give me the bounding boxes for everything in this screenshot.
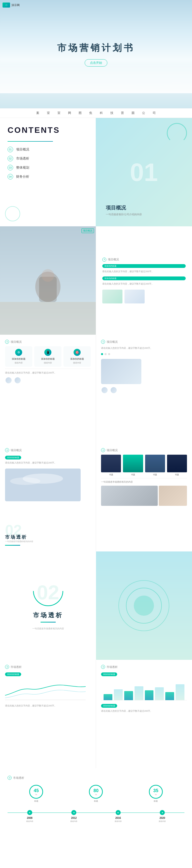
card-icon-2: 📱 bbox=[44, 349, 52, 356]
dot-active bbox=[101, 353, 103, 355]
tag-label: 项目概况 bbox=[10, 340, 22, 344]
body-books: 请在此输入您的文字内容，建议字数不超过200字。 bbox=[5, 461, 91, 465]
label-tag-1: 添加你的标题 bbox=[5, 673, 21, 676]
nav-item-1[interactable]: 案 bbox=[36, 111, 39, 115]
section-title-overlay: 项目概况 bbox=[106, 205, 126, 211]
thumb-1 bbox=[102, 289, 123, 304]
thumb-2 bbox=[125, 289, 145, 304]
contents-num-3: 03 bbox=[7, 165, 13, 170]
tag-market-2: ② 市场透析 bbox=[101, 665, 187, 669]
section1-body-text-2: 请在此输入您的文字内容，建议字数不超过200字。 bbox=[102, 282, 186, 286]
nav-item-6[interactable]: 焦 bbox=[89, 111, 92, 115]
card-label-2: 描述内容 bbox=[36, 362, 60, 364]
contents-title: CONTENTS bbox=[7, 125, 88, 135]
card-title-1: 添加你的标题 bbox=[7, 358, 30, 361]
tc1: ② bbox=[5, 665, 9, 669]
market-line-chart: ② 市场透析 添加你的标题 请在此输入您的文字内容，建议字数不超过200字。 bbox=[0, 660, 96, 768]
contents-num-1: 01 bbox=[7, 147, 13, 152]
tech-image-row bbox=[101, 486, 187, 506]
right-image bbox=[101, 359, 141, 384]
dot-nav bbox=[101, 353, 187, 355]
section-tag-books-r: ① 项目概况 bbox=[101, 448, 187, 452]
market-divider-right bbox=[96, 552, 192, 660]
t-desc-4: 描述内容 bbox=[140, 820, 185, 823]
stat-label-1: 标题 bbox=[7, 800, 65, 803]
dot-2 bbox=[108, 353, 110, 355]
add-title-books: 添加你的标题 bbox=[5, 456, 21, 460]
section-tag-r: ① 项目概况 bbox=[101, 340, 187, 344]
arc-decoration bbox=[167, 123, 187, 143]
timeline-row: ★ 2008 描述内容 ★ 2012 描述内容 ★ 2016 描述内容 ★ 20… bbox=[7, 810, 185, 823]
tag-circle-books: ① bbox=[5, 448, 9, 452]
stat-circle-1: 45 % bbox=[29, 785, 43, 799]
tl2: 市场透析 bbox=[106, 665, 118, 669]
cover-start-button[interactable]: 点击开始 bbox=[85, 59, 107, 66]
project-card-left: ① 项目概况 ⚙ 添加你的标题 描述内容 📱 添加你的标题 描述内容 🎯 添加你… bbox=[0, 335, 96, 443]
nav-item-11[interactable]: 公 bbox=[142, 111, 145, 115]
nav-item-10[interactable]: 圆 bbox=[131, 111, 134, 115]
label-tag-2: 添加你的标题 bbox=[101, 673, 117, 676]
market-bar-chart: ② 市场透析 添加你的标题 添加你的标题 请在此输入您的文字内容，建议字数不超过… bbox=[96, 660, 192, 768]
slide-project-cards: ① 项目概况 ⚙ 添加你的标题 描述内容 📱 添加你的标题 描述内容 🎯 添加你… bbox=[0, 335, 192, 443]
line-chart-svg bbox=[5, 680, 86, 701]
t-desc-1: 描述内容 bbox=[7, 820, 52, 823]
stat-num-1: 45 bbox=[34, 788, 39, 794]
contents-label-3: 整体规划 bbox=[16, 165, 29, 170]
t-dot-2: ★ bbox=[71, 810, 76, 815]
avatar-2 bbox=[14, 377, 21, 384]
tag-market-stats: ② 市场透析 bbox=[7, 776, 185, 780]
t-year-4: 2020 bbox=[140, 816, 185, 819]
slide-section1-intro: 项目概况 ① 项目概况 添加你的标题 请在此输入您的文字内容，建议字数不超过20… bbox=[0, 226, 192, 335]
timeline-3: ★ 2016 描述内容 bbox=[96, 810, 140, 823]
bar-7 bbox=[165, 692, 174, 700]
svg-point-4 bbox=[41, 269, 54, 282]
nav-item-4[interactable]: 网 bbox=[68, 111, 71, 115]
tag-circle: ① bbox=[102, 257, 106, 261]
nav-item-9[interactable]: 普 bbox=[121, 111, 124, 115]
mini-card-2: 📱 添加你的标题 描述内容 bbox=[34, 346, 62, 367]
stat-1: 45 % 标题 bbox=[7, 785, 65, 803]
avatar-r-2 bbox=[110, 386, 117, 394]
bar-8 bbox=[175, 684, 185, 700]
nav-item-7[interactable]: 科 bbox=[100, 111, 103, 115]
books-row: 书题 书题 书题 书题 bbox=[101, 455, 187, 476]
book-label-3: 书题 bbox=[145, 473, 165, 476]
slide-cover: ⬡ 演示网 市场营销计划书 点击开始 bbox=[0, 0, 192, 108]
stat-2: 80 % 标题 bbox=[67, 785, 125, 803]
contents-right: 01 项目概况 一句话描述项目/公司介绍的内容 bbox=[96, 118, 192, 226]
tag-text: 项目概况 bbox=[108, 257, 119, 261]
nav-item-8[interactable]: 技 bbox=[110, 111, 114, 115]
timeline-2: ★ 2012 描述内容 bbox=[52, 810, 96, 823]
section-subtitle-overlay: 一句话描述项目/公司介绍的内容 bbox=[106, 213, 142, 216]
nav-item-5[interactable]: 图 bbox=[78, 111, 82, 115]
book-label-4: 书题 bbox=[167, 473, 187, 476]
bar-1 bbox=[103, 694, 113, 700]
books-right: ① 项目概况 书题 书题 书题 书题 一句话描述市场透析相关的内容 bbox=[96, 443, 192, 552]
slide-project-books: ① 项目概况 添加你的标题 请在此输入您的文字内容，建议字数不超过200字。 0… bbox=[0, 443, 192, 552]
t-desc-3: 描述内容 bbox=[96, 820, 140, 823]
label-tag-3: 添加你的标题 bbox=[101, 704, 117, 708]
landscape-image bbox=[5, 468, 81, 501]
tech-img-1 bbox=[101, 486, 158, 506]
tc-stats: ② bbox=[7, 776, 11, 780]
stat-circle-3: 35 % bbox=[149, 785, 163, 799]
nav-item-12[interactable]: 司 bbox=[153, 111, 156, 115]
contents-label-2: 市场透析 bbox=[16, 156, 29, 161]
market-desc: 一句话描述市场透析相关的内容 bbox=[5, 540, 33, 543]
book-cover-3 bbox=[145, 455, 165, 472]
svg-point-11 bbox=[134, 595, 154, 616]
body-text-r: 请在此输入您的文字内容，建议字数不超过200字。 bbox=[101, 346, 187, 350]
subtitle-books: 一句话描述市场透析相关的内容 bbox=[101, 480, 187, 484]
big-number-01: 01 bbox=[130, 159, 158, 185]
slide-market-divider: 02 市场透析 一句话描述市场透析相关的内容 bbox=[0, 552, 192, 660]
nav-item-3[interactable]: 室 bbox=[58, 111, 61, 115]
contents-num-2: 02 bbox=[7, 156, 13, 161]
t-year-3: 2016 bbox=[96, 816, 140, 819]
nav-item-2[interactable]: 室 bbox=[47, 111, 50, 115]
stats-row: 45 % 标题 80 % 标题 35 % 标题 bbox=[7, 785, 185, 803]
line-chart-container bbox=[5, 680, 91, 702]
stat-circle-2: 80 % bbox=[89, 785, 103, 799]
divider-books bbox=[101, 478, 187, 478]
cover-title: 市场营销计划书 bbox=[57, 42, 135, 54]
landscape-svg bbox=[5, 468, 81, 501]
